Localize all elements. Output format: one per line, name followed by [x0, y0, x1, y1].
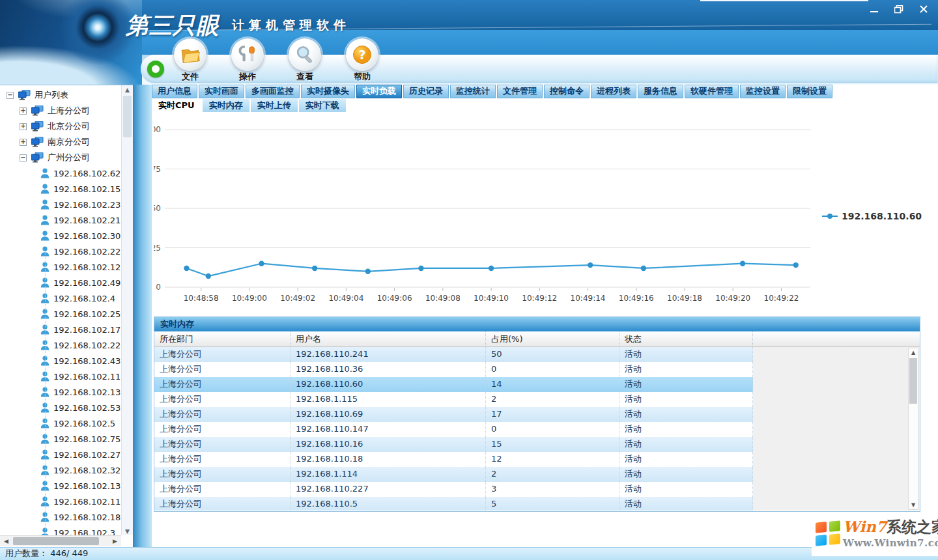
- table-cell-user: 192.168.110.241: [291, 347, 486, 362]
- table-row[interactable]: 上海分公司192.168.110.24150活动: [154, 347, 920, 362]
- sub-tab[interactable]: 实时上传: [251, 99, 298, 112]
- table-row[interactable]: 上海分公司192.168.110.55活动: [154, 497, 920, 511]
- column-header[interactable]: 所在部门: [154, 331, 291, 346]
- tree-vertical-scrollbar[interactable]: ▲ ▼: [121, 85, 133, 535]
- scroll-right-icon[interactable]: ▶: [110, 537, 120, 546]
- table-row[interactable]: 上海分公司192.168.110.2273活动: [154, 482, 920, 497]
- table-row[interactable]: 上海分公司192.168.110.1812活动: [154, 452, 920, 467]
- svg-text:10:49:08: 10:49:08: [425, 294, 461, 303]
- main-tab[interactable]: 服务信息: [638, 85, 683, 98]
- scrollbar-thumb[interactable]: [123, 96, 132, 137]
- tree-user-item[interactable]: 192.168.102.11: [0, 494, 121, 509]
- tree-expand-toggle[interactable]: −: [20, 154, 27, 161]
- scroll-down-icon[interactable]: ▼: [909, 502, 918, 508]
- table-row[interactable]: 上海分公司192.168.110.6014活动: [154, 377, 920, 392]
- tree-user-item[interactable]: 192.168.102.22: [0, 337, 121, 353]
- sub-tab[interactable]: 实时CPU: [152, 99, 201, 112]
- tree-expand-toggle[interactable]: −: [7, 92, 14, 99]
- tree-group-item[interactable]: −广州分公司: [0, 150, 121, 165]
- tree-expand-toggle[interactable]: +: [20, 139, 27, 146]
- scroll-down-icon[interactable]: ▼: [122, 528, 133, 535]
- tree-group-item[interactable]: +上海分公司: [0, 103, 121, 119]
- tree-user-item[interactable]: 192.168.102.5: [0, 415, 121, 431]
- table-row[interactable]: 上海分公司192.168.110.6917活动: [154, 407, 920, 422]
- tree-user-item[interactable]: 192.168.102.30: [0, 228, 121, 244]
- main-tab[interactable]: 进程列表: [591, 85, 636, 98]
- status-ring-icon[interactable]: [147, 61, 164, 77]
- tree-item-label: 上海分公司: [48, 105, 90, 117]
- column-header[interactable]: 占用(%): [486, 331, 619, 346]
- tree-expand-toggle[interactable]: +: [20, 123, 27, 130]
- close-icon[interactable]: [915, 2, 933, 16]
- main-tab[interactable]: 控制命令: [544, 85, 590, 98]
- table-row[interactable]: 上海分公司192.168.1.1152活动: [154, 392, 920, 407]
- tree-expand-toggle[interactable]: +: [20, 107, 27, 115]
- table-row[interactable]: 上海分公司192.168.1.1142活动: [154, 467, 920, 482]
- table-cell-user: 192.168.110.18: [291, 452, 486, 467]
- main-tab[interactable]: 实时画面: [199, 85, 244, 98]
- scroll-up-icon[interactable]: ▲: [122, 87, 133, 93]
- tree-root-item[interactable]: −用户列表: [0, 87, 121, 103]
- tree-user-item[interactable]: 192.168.102.13: [0, 478, 121, 494]
- tree-user-item[interactable]: 192.168.102.153: [0, 181, 121, 197]
- sub-tab[interactable]: 实时内存: [203, 99, 249, 112]
- main-tab[interactable]: 限制设置: [787, 85, 832, 98]
- scroll-left-icon[interactable]: ◀: [1, 537, 11, 546]
- tree-group-item[interactable]: +南京分公司: [0, 134, 121, 150]
- tree-user-item[interactable]: 192.168.102.75: [0, 431, 121, 447]
- toolbar-button-folder[interactable]: 文件: [171, 38, 209, 83]
- tree-user-item[interactable]: 192.168.102.111: [0, 369, 121, 384]
- sub-tab[interactable]: 实时下载: [299, 99, 346, 112]
- panel-divider[interactable]: [133, 85, 152, 547]
- app-name: 第三只眼: [126, 12, 220, 38]
- tree-user-item[interactable]: 192.168.102.49: [0, 275, 121, 290]
- tree-user-item[interactable]: 192.168.102.177: [0, 322, 121, 337]
- scroll-up-icon[interactable]: ▲: [909, 350, 918, 356]
- sub-tab-bar: 实时CPU实时内存实时上传实时下载: [152, 99, 346, 112]
- tree-item-label: 192.168.102.30: [53, 231, 121, 241]
- main-tab[interactable]: 多画面监控: [246, 85, 300, 98]
- tree-user-item[interactable]: 192.168.102.3: [0, 525, 121, 535]
- main-tab[interactable]: 实时负载: [356, 85, 402, 98]
- table-row[interactable]: 上海分公司192.168.110.1470活动: [154, 422, 920, 437]
- scrollbar-thumb[interactable]: [13, 537, 99, 545]
- tree-user-item[interactable]: 192.168.102.229: [0, 244, 121, 259]
- table-cell-status: 活动: [619, 437, 753, 452]
- tree-user-item[interactable]: 192.168.102.126: [0, 259, 121, 275]
- scrollbar-thumb[interactable]: [909, 358, 917, 404]
- restore-icon[interactable]: [890, 2, 908, 16]
- main-tab[interactable]: 历史记录: [403, 85, 449, 98]
- toolbar-button-magnifier[interactable]: 查看: [286, 38, 324, 83]
- column-header[interactable]: 用户名: [291, 331, 486, 346]
- folder-icon: [174, 38, 206, 71]
- main-tab[interactable]: 实时摄像头: [301, 85, 355, 98]
- tree-user-item[interactable]: 192.168.102.53: [0, 400, 121, 415]
- main-tab[interactable]: 监控统计: [450, 85, 496, 98]
- tree-item-label: 192.168.102.132: [53, 387, 121, 397]
- main-tab[interactable]: 用户信息: [152, 85, 197, 98]
- toolbar-button-tools[interactable]: 操作: [229, 38, 266, 83]
- main-tab[interactable]: 软硬件管理: [685, 85, 739, 98]
- tree-user-item[interactable]: 192.168.102.4: [0, 290, 121, 306]
- table-row[interactable]: 上海分公司192.168.110.360活动: [154, 362, 920, 377]
- tree-user-item[interactable]: 192.168.102.32: [0, 462, 121, 478]
- tree-user-item[interactable]: 192.168.102.233: [0, 197, 121, 212]
- tree-user-item[interactable]: 192.168.102.27: [0, 447, 121, 462]
- tree-user-item[interactable]: 192.168.102.217: [0, 212, 121, 228]
- tree-horizontal-scrollbar[interactable]: ◀ ▶: [0, 535, 121, 546]
- tree-user-item[interactable]: 192.168.102.62: [0, 165, 121, 181]
- tree-user-item[interactable]: 192.168.102.132: [0, 384, 121, 400]
- table-vertical-scrollbar[interactable]: ▲ ▼: [908, 348, 918, 510]
- table-row[interactable]: 上海分公司192.168.110.1615活动: [154, 437, 920, 452]
- tree-user-item[interactable]: 192.168.102.250: [0, 306, 121, 322]
- user-icon: [40, 231, 50, 241]
- tree-user-item[interactable]: 192.168.102.43: [0, 353, 121, 369]
- tree-user-item[interactable]: 192.168.102.182: [0, 509, 121, 525]
- toolbar-button-help[interactable]: ?帮助: [343, 38, 381, 83]
- tree-group-item[interactable]: +北京分公司: [0, 119, 121, 134]
- main-tab[interactable]: 文件管理: [497, 85, 543, 98]
- minimize-icon[interactable]: [865, 2, 883, 16]
- main-tab[interactable]: 监控设置: [740, 85, 786, 98]
- column-header[interactable]: 状态: [619, 331, 753, 346]
- svg-text:0: 0: [156, 283, 161, 292]
